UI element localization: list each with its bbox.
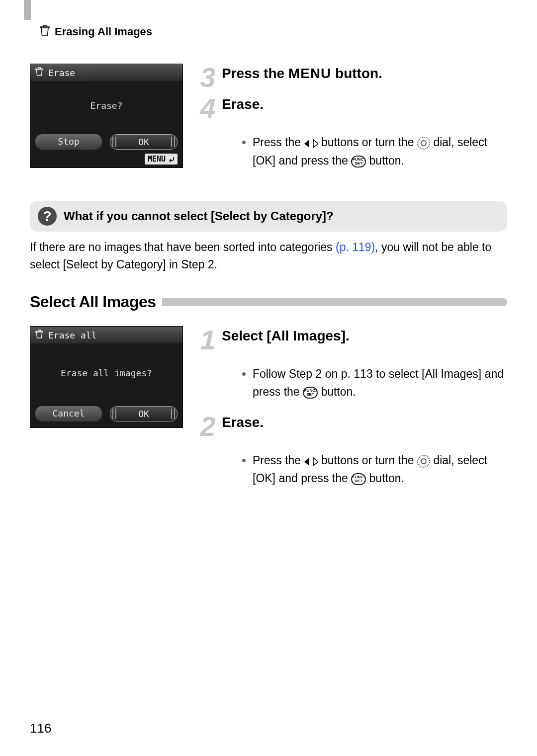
dial-icon: [417, 455, 430, 468]
question-icon: ?: [38, 207, 57, 226]
lcd-title: Erase all: [48, 330, 97, 340]
note-body: If there are no images that have been so…: [30, 239, 507, 273]
step-number: 4: [198, 94, 218, 122]
page-ref-link[interactable]: p. 113: [341, 367, 373, 380]
step-number: 3: [198, 64, 218, 91]
section-heading: Select All Images: [30, 293, 507, 311]
stop-button: Stop: [35, 134, 102, 150]
menu-return-label: MENU: [145, 154, 178, 165]
step-title: Erase.: [222, 94, 264, 114]
note-box: ? What if you cannot select [Select by C…: [30, 201, 507, 232]
lcd-prompt: Erase all images?: [30, 343, 182, 402]
step-title: Select [All Images].: [222, 326, 350, 345]
step-title: Erase.: [222, 413, 264, 432]
step-body: Press the buttons or turn the dial, sele…: [223, 134, 507, 169]
lcd-erase-confirm: Erase Erase? Stop OK MENU: [30, 64, 183, 168]
page-ref-link[interactable]: (p. 119): [336, 241, 375, 253]
margin-bar: [24, 0, 31, 20]
dial-icon: [417, 137, 430, 150]
step-title: Press the MENU button.: [222, 64, 382, 83]
step-number: 1: [198, 326, 218, 354]
func-set-icon: FUNC.SET: [351, 156, 366, 168]
step-body: Press the buttons or turn the dial, sele…: [223, 452, 507, 488]
page-header: Erasing All Images: [40, 25, 507, 39]
left-right-arrows-icon: [304, 134, 318, 152]
lcd-title: Erase: [48, 68, 75, 78]
trash-icon: [40, 25, 50, 39]
step-body: Follow Step 2 on p. 113 to select [All I…: [223, 365, 507, 401]
page-header-title: Erasing All Images: [55, 25, 152, 38]
ok-button: OK: [110, 134, 178, 150]
page-number: 116: [30, 721, 51, 736]
left-right-arrows-icon: [304, 452, 318, 470]
func-set-icon: FUNC.SET: [351, 473, 366, 485]
step-number: 2: [198, 413, 218, 440]
trash-icon: [35, 330, 43, 340]
lcd-prompt: Erase?: [30, 81, 182, 130]
trash-icon: [35, 67, 43, 78]
note-title: What if you cannot select [Select by Cat…: [64, 209, 334, 223]
ok-button: OK: [110, 406, 178, 421]
cancel-button: Cancel: [35, 406, 102, 421]
lcd-erase-all-confirm: Erase all Erase all images? Cancel OK: [30, 326, 183, 428]
func-set-icon: FUNC.SET: [303, 387, 318, 399]
